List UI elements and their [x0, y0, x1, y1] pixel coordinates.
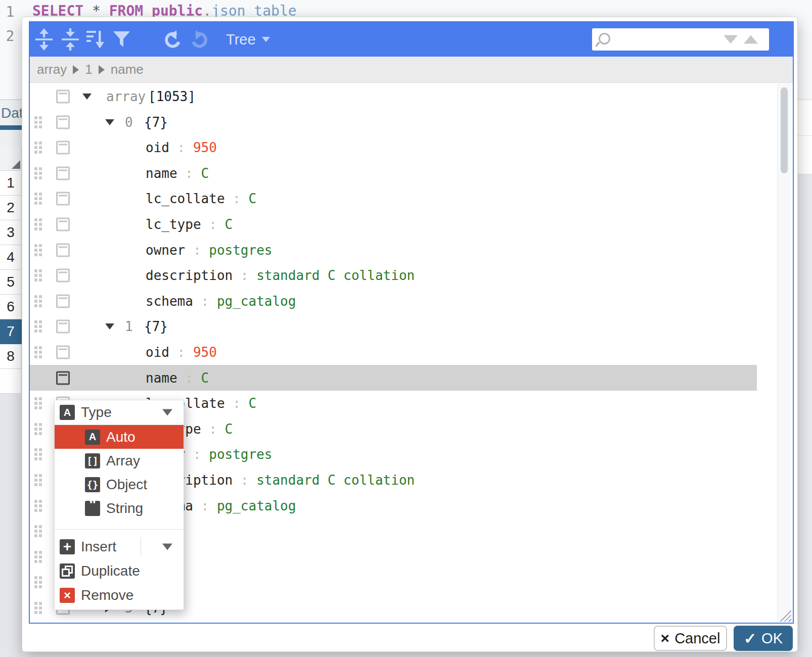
drag-dot: [34, 428, 37, 431]
drag-handle-icon[interactable]: [34, 423, 42, 435]
field-name[interactable]: name: [146, 166, 177, 181]
sort-icon[interactable]: [86, 30, 105, 49]
field-value[interactable]: postgres: [209, 243, 272, 258]
field-name[interactable]: lc_type: [146, 217, 201, 232]
filter-icon[interactable]: [113, 31, 130, 48]
field-name[interactable]: owner: [146, 243, 185, 258]
drag-handle-icon[interactable]: [34, 116, 42, 128]
expand-arrow-icon[interactable]: [162, 409, 172, 416]
submenu-item-string[interactable]: "String: [55, 496, 184, 520]
drag-handle-icon[interactable]: [34, 193, 42, 205]
field-name[interactable]: oid: [146, 140, 169, 155]
drag-handle-icon[interactable]: [34, 269, 42, 281]
row-menu-button-icon[interactable]: [56, 115, 70, 129]
drag-handle-icon[interactable]: [34, 576, 42, 588]
breadcrumb: array1name: [30, 57, 793, 83]
grid-row-header[interactable]: 3: [0, 220, 22, 245]
drag-handle-icon[interactable]: [34, 142, 42, 154]
grid-row-header[interactable]: 6: [0, 295, 22, 319]
row-menu-button-icon[interactable]: [56, 319, 70, 333]
collapse-triangle-icon[interactable]: [82, 93, 92, 100]
row-menu-button-icon[interactable]: [56, 294, 70, 308]
scrollbar-track[interactable]: [777, 83, 791, 621]
field-value[interactable]: standard C collation: [256, 268, 415, 283]
breadcrumb-item[interactable]: array: [37, 62, 67, 77]
menu-item-type[interactable]: AType: [55, 400, 184, 425]
drag-handle-icon[interactable]: [34, 551, 42, 563]
drag-handle-icon[interactable]: [34, 500, 42, 512]
submenu-item-object[interactable]: {}Object: [55, 473, 184, 496]
drag-handle-icon[interactable]: [34, 295, 42, 307]
grid-select-all-corner[interactable]: [0, 146, 22, 171]
undo-icon[interactable]: [162, 30, 181, 49]
row-menu-button-icon[interactable]: [56, 371, 70, 385]
row-menu-button-icon[interactable]: [56, 192, 70, 205]
menu-item-duplicate[interactable]: Duplicate: [55, 559, 184, 583]
field-value[interactable]: C: [225, 421, 233, 437]
field-value[interactable]: pg_catalog: [217, 294, 296, 309]
field-value[interactable]: C: [201, 370, 209, 386]
grid-row-header[interactable]: 2: [0, 196, 22, 220]
submenu-item-auto[interactable]: AAuto: [55, 425, 184, 449]
row-menu-button-icon[interactable]: [56, 140, 70, 154]
field-value[interactable]: 950: [193, 345, 217, 360]
grid-row-header[interactable]: 1: [0, 171, 22, 196]
row-menu-button-icon[interactable]: [56, 89, 70, 103]
search-previous-icon[interactable]: [744, 35, 758, 44]
field-name[interactable]: oid: [146, 345, 169, 360]
tab-data-output[interactable]: Dat: [1, 105, 22, 121]
drag-handle-icon[interactable]: [34, 167, 42, 179]
check-icon: ✓: [744, 630, 756, 647]
drag-handle-icon[interactable]: [34, 474, 42, 486]
drag-handle-icon[interactable]: [34, 218, 42, 230]
field-name[interactable]: name: [146, 370, 177, 386]
drag-handle-icon[interactable]: [34, 448, 42, 460]
field-value[interactable]: C: [249, 396, 257, 411]
grid-row-header[interactable]: 4: [0, 245, 22, 270]
field-value[interactable]: C: [249, 191, 257, 206]
field-name[interactable]: schema: [146, 294, 193, 309]
menu-item-insert[interactable]: +Insert: [55, 535, 184, 559]
drag-handle-icon[interactable]: [34, 602, 42, 614]
search-next-icon[interactable]: [724, 35, 738, 44]
submenu-item-label: String: [106, 500, 143, 517]
grid-row-header[interactable]: 7: [0, 319, 22, 344]
row-menu-button-icon[interactable]: [56, 268, 70, 282]
submenu-item-array[interactable]: []Array: [55, 449, 184, 473]
drag-handle-icon[interactable]: [34, 346, 42, 358]
search-input[interactable]: [614, 29, 728, 50]
cancel-button[interactable]: × Cancel: [654, 626, 727, 651]
collapse-all-icon[interactable]: [62, 28, 79, 51]
field-value[interactable]: C: [225, 217, 233, 232]
drag-handle-icon[interactable]: [34, 320, 42, 333]
row-menu-button-icon[interactable]: [56, 345, 70, 359]
scrollbar-thumb[interactable]: [781, 87, 788, 173]
field-value[interactable]: standard C collation: [256, 473, 415, 488]
redo-icon[interactable]: [191, 30, 210, 49]
field-value[interactable]: C: [201, 166, 209, 181]
breadcrumb-item[interactable]: 1: [85, 62, 92, 77]
field-value[interactable]: pg_catalog: [217, 498, 296, 513]
field-name[interactable]: lc_collate: [146, 191, 225, 206]
breadcrumb-item[interactable]: name: [111, 62, 144, 77]
json-tree: array[1053]0{7}oid : 950name : Clc_colla…: [30, 83, 791, 621]
mode-dropdown[interactable]: Tree: [226, 22, 270, 57]
expand-arrow-icon[interactable]: [162, 544, 172, 550]
collapse-triangle-icon[interactable]: [105, 323, 114, 330]
row-menu-button-icon[interactable]: [56, 217, 70, 231]
row-menu-button-icon[interactable]: [56, 243, 70, 257]
drag-handle-icon[interactable]: [34, 244, 42, 256]
drag-handle-icon[interactable]: [34, 525, 42, 537]
expand-all-icon[interactable]: [35, 28, 53, 51]
grid-row-header[interactable]: 8: [0, 344, 22, 369]
row-menu-button-icon[interactable]: [56, 166, 70, 180]
drag-handle-icon[interactable]: [34, 397, 42, 409]
field-value[interactable]: postgres: [209, 447, 272, 462]
collapse-triangle-icon[interactable]: [105, 119, 114, 125]
field-name[interactable]: description: [146, 268, 233, 283]
drag-dot: [39, 330, 42, 333]
grid-row-header[interactable]: 5: [0, 270, 22, 295]
field-value[interactable]: 950: [193, 140, 217, 155]
menu-item-remove[interactable]: ×Remove: [55, 583, 184, 607]
ok-button[interactable]: ✓ OK: [734, 626, 793, 651]
